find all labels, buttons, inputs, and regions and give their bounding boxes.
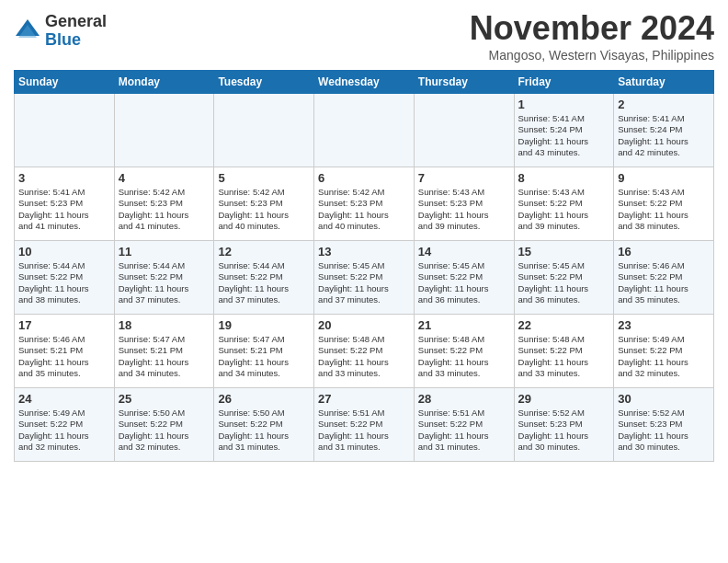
day-number: 14 xyxy=(418,245,510,259)
day-info: Sunset: 5:22 PM xyxy=(119,419,210,430)
title-area: November 2024 Mangoso, Western Visayas, … xyxy=(470,9,714,63)
day-info: and 32 minutes. xyxy=(18,442,110,453)
calendar-cell: 16Sunrise: 5:46 AMSunset: 5:22 PMDayligh… xyxy=(614,241,714,315)
day-info: Sunrise: 5:41 AM xyxy=(18,187,110,198)
day-number: 20 xyxy=(318,318,410,332)
day-info: Sunset: 5:22 PM xyxy=(618,198,710,209)
day-info: Daylight: 11 hours xyxy=(618,283,710,294)
day-info: and 33 minutes. xyxy=(418,368,510,379)
day-info: Sunrise: 5:50 AM xyxy=(119,408,210,419)
calendar-cell xyxy=(214,94,314,167)
day-info: Sunset: 5:22 PM xyxy=(518,271,610,282)
day-info: Sunrise: 5:48 AM xyxy=(318,334,410,345)
day-number: 21 xyxy=(418,318,510,332)
day-info: Daylight: 11 hours xyxy=(18,357,110,368)
day-info: Daylight: 11 hours xyxy=(119,357,210,368)
day-number: 12 xyxy=(218,245,310,259)
month-title: November 2024 xyxy=(470,9,714,48)
calendar-cell: 21Sunrise: 5:48 AMSunset: 5:22 PMDayligh… xyxy=(414,315,514,388)
day-number: 1 xyxy=(518,98,610,111)
logo-text: General Blue xyxy=(45,13,107,50)
day-info: and 41 minutes. xyxy=(119,221,210,232)
day-info: Sunrise: 5:45 AM xyxy=(418,260,510,271)
day-number: 30 xyxy=(618,392,710,406)
day-number: 25 xyxy=(119,392,210,406)
day-info: and 43 minutes. xyxy=(518,147,610,158)
calendar-cell: 1Sunrise: 5:41 AMSunset: 5:24 PMDaylight… xyxy=(514,94,614,167)
calendar-week-row: 10Sunrise: 5:44 AMSunset: 5:22 PMDayligh… xyxy=(15,241,714,315)
calendar-cell: 7Sunrise: 5:43 AMSunset: 5:23 PMDaylight… xyxy=(414,167,514,241)
day-header-wednesday: Wednesday xyxy=(314,71,415,94)
day-info: Sunset: 5:22 PM xyxy=(418,419,510,430)
day-info: Daylight: 11 hours xyxy=(618,210,710,221)
day-info: and 38 minutes. xyxy=(618,221,710,232)
calendar-cell xyxy=(314,94,415,167)
day-header-sunday: Sunday xyxy=(15,71,115,94)
calendar-week-row: 17Sunrise: 5:46 AMSunset: 5:21 PMDayligh… xyxy=(15,315,714,388)
day-info: Sunrise: 5:41 AM xyxy=(618,113,710,124)
day-info: Sunrise: 5:43 AM xyxy=(418,187,510,198)
day-info: Sunset: 5:22 PM xyxy=(218,419,310,430)
day-info: Sunset: 5:22 PM xyxy=(318,345,410,356)
day-info: and 37 minutes. xyxy=(218,294,310,305)
day-info: Sunrise: 5:43 AM xyxy=(618,187,710,198)
calendar-cell: 24Sunrise: 5:49 AMSunset: 5:22 PMDayligh… xyxy=(15,388,115,462)
day-number: 7 xyxy=(418,171,510,185)
day-number: 28 xyxy=(418,392,510,406)
day-info: Sunset: 5:22 PM xyxy=(618,345,710,356)
day-header-thursday: Thursday xyxy=(414,71,514,94)
calendar-cell: 5Sunrise: 5:42 AMSunset: 5:23 PMDaylight… xyxy=(214,167,314,241)
day-info: Daylight: 11 hours xyxy=(518,357,610,368)
calendar-cell: 9Sunrise: 5:43 AMSunset: 5:22 PMDaylight… xyxy=(614,167,714,241)
day-info: Daylight: 11 hours xyxy=(618,431,710,442)
day-info: and 40 minutes. xyxy=(318,221,410,232)
day-number: 9 xyxy=(618,171,710,185)
day-info: Sunrise: 5:48 AM xyxy=(418,334,510,345)
day-info: and 39 minutes. xyxy=(418,221,510,232)
day-info: Daylight: 11 hours xyxy=(218,210,310,221)
day-number: 16 xyxy=(618,245,710,259)
day-number: 19 xyxy=(218,318,310,332)
day-header-tuesday: Tuesday xyxy=(214,71,314,94)
day-info: and 39 minutes. xyxy=(518,221,610,232)
calendar-week-row: 1Sunrise: 5:41 AMSunset: 5:24 PMDaylight… xyxy=(15,94,714,167)
day-info: Sunset: 5:22 PM xyxy=(318,271,410,282)
day-info: Daylight: 11 hours xyxy=(218,431,310,442)
day-info: Sunset: 5:22 PM xyxy=(18,419,110,430)
day-info: Daylight: 11 hours xyxy=(618,357,710,368)
day-info: Sunrise: 5:49 AM xyxy=(618,334,710,345)
day-number: 11 xyxy=(119,245,210,259)
calendar-header-row: SundayMondayTuesdayWednesdayThursdayFrid… xyxy=(15,71,714,94)
day-info: and 42 minutes. xyxy=(618,147,710,158)
day-info: Sunset: 5:23 PM xyxy=(618,419,710,430)
calendar-cell: 2Sunrise: 5:41 AMSunset: 5:24 PMDaylight… xyxy=(614,94,714,167)
day-info: Sunset: 5:23 PM xyxy=(318,198,410,209)
day-info: Sunset: 5:22 PM xyxy=(318,419,410,430)
day-info: Sunset: 5:21 PM xyxy=(119,345,210,356)
calendar-cell: 3Sunrise: 5:41 AMSunset: 5:23 PMDaylight… xyxy=(15,167,115,241)
day-info: Sunset: 5:23 PM xyxy=(418,198,510,209)
day-info: Daylight: 11 hours xyxy=(418,431,510,442)
day-info: and 36 minutes. xyxy=(418,294,510,305)
day-number: 5 xyxy=(218,171,310,185)
day-info: and 38 minutes. xyxy=(18,294,110,305)
day-number: 2 xyxy=(618,98,710,111)
day-info: Sunset: 5:22 PM xyxy=(518,198,610,209)
calendar-cell: 25Sunrise: 5:50 AMSunset: 5:22 PMDayligh… xyxy=(114,388,214,462)
calendar-cell xyxy=(15,94,115,167)
day-info: Sunrise: 5:46 AM xyxy=(18,334,110,345)
calendar-cell: 4Sunrise: 5:42 AMSunset: 5:23 PMDaylight… xyxy=(114,167,214,241)
calendar-cell xyxy=(414,94,514,167)
day-info: Daylight: 11 hours xyxy=(418,283,510,294)
calendar-week-row: 24Sunrise: 5:49 AMSunset: 5:22 PMDayligh… xyxy=(15,388,714,462)
day-info: Sunrise: 5:47 AM xyxy=(119,334,210,345)
day-info: Sunset: 5:22 PM xyxy=(418,345,510,356)
day-info: Daylight: 11 hours xyxy=(318,431,410,442)
day-info: Sunrise: 5:43 AM xyxy=(518,187,610,198)
day-info: Sunrise: 5:45 AM xyxy=(318,260,410,271)
calendar-cell: 14Sunrise: 5:45 AMSunset: 5:22 PMDayligh… xyxy=(414,241,514,315)
day-info: Sunset: 5:22 PM xyxy=(119,271,210,282)
day-number: 18 xyxy=(119,318,210,332)
calendar-cell: 18Sunrise: 5:47 AMSunset: 5:21 PMDayligh… xyxy=(114,315,214,388)
day-info: Sunrise: 5:41 AM xyxy=(518,113,610,124)
